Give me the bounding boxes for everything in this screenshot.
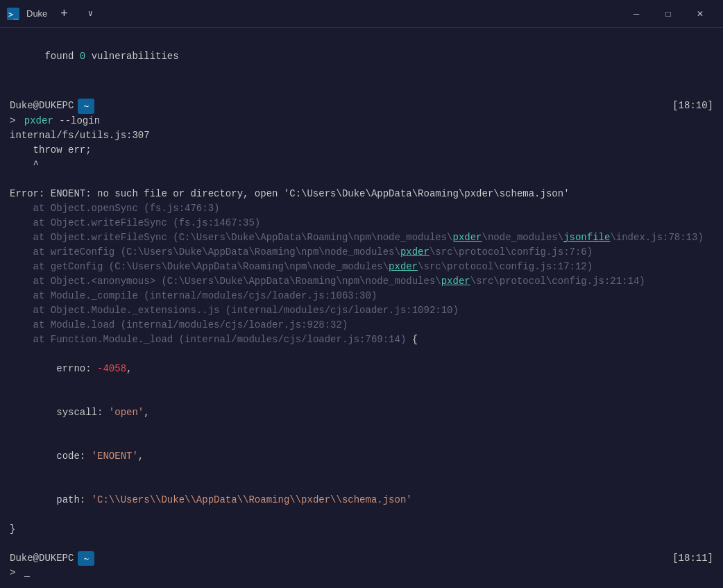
- cursor: _: [24, 566, 30, 580]
- code-comma: ,: [138, 451, 144, 462]
- stack-6: at Object.<anonymous> (C:\Users\Duke\App…: [10, 274, 713, 289]
- new-tab-button[interactable]: +: [54, 4, 74, 24]
- stack-5: at getConfig (C:\Users\Duke\AppData\Roam…: [10, 260, 713, 274]
- cmd-name-1: pxder: [24, 114, 53, 128]
- window-title: Duke: [26, 8, 47, 19]
- brace-close: }: [10, 522, 713, 537]
- code-value: 'ENOENT': [85, 451, 138, 462]
- code-key: code:: [44, 451, 85, 462]
- vuln-text: vulnerabilities: [85, 51, 178, 62]
- chevron-1: >: [10, 114, 22, 128]
- stack-9: at Module.load (internal/modules/cjs/loa…: [10, 318, 713, 333]
- code-line: code: 'ENOENT',: [10, 435, 713, 478]
- pxder-link-3: pxder: [389, 261, 418, 272]
- terminal-output[interactable]: found 0 vulnerabilities Duke@DUKEPC ~ [1…: [0, 28, 723, 588]
- syscall-key: syscall:: [44, 407, 103, 418]
- pxder-link-4: pxder: [441, 276, 470, 287]
- blank-line-2: [10, 172, 713, 187]
- pxder-link-1: pxder: [453, 232, 482, 243]
- stack-1: at Object.openSync (fs.js:476:3): [10, 201, 713, 216]
- syscall-line: syscall: 'open',: [10, 391, 713, 435]
- command-line-1: > pxder --login: [10, 114, 713, 128]
- blank-line-3: [10, 537, 713, 551]
- output-line-1: internal/fs/utils.js:307: [10, 128, 713, 143]
- prompt-left-1: Duke@DUKEPC ~: [10, 99, 94, 114]
- prompt-badge-2: ~: [78, 551, 94, 566]
- output-line-3: ^: [10, 158, 713, 172]
- terminal-window: >_ Duke + ∨ ─ □ ✕ found 0 vulnerabilitie…: [0, 0, 723, 588]
- errno-key: errno:: [44, 363, 91, 374]
- minimize-button[interactable]: ─: [620, 3, 652, 25]
- chevron-2: >: [10, 566, 22, 580]
- user-host-1: Duke@DUKEPC: [10, 99, 74, 113]
- stack-4: at writeConfig (C:\Users\Duke\AppData\Ro…: [10, 245, 713, 260]
- vulnerabilities-line: found 0 vulnerabilities: [10, 35, 713, 78]
- tab-dropdown-button[interactable]: ∨: [80, 4, 100, 24]
- stack-8: at Object.Module._extensions..js (intern…: [10, 303, 713, 318]
- path-value: 'C:\\Users\\Duke\\AppData\\Roaming\\pxde…: [85, 494, 411, 505]
- stack-2: at Object.writeFileSync (fs.js:1467:35): [10, 216, 713, 230]
- vuln-count: 0: [80, 51, 85, 62]
- close-button[interactable]: ✕: [684, 3, 716, 25]
- stack-3: at Object.writeFileSync (C:\Users\Duke\A…: [10, 230, 713, 245]
- cmd-args-1: --login: [53, 114, 100, 128]
- errno-comma: ,: [126, 363, 132, 374]
- stack-10: at Function.Module._load (internal/modul…: [10, 333, 713, 347]
- prompt-line-1: Duke@DUKEPC ~ [18:10]: [10, 99, 713, 114]
- timestamp-1: [18:10]: [672, 99, 713, 113]
- svg-text:>_: >_: [8, 10, 19, 19]
- error-main-line: Error: ENOENT: no such file or directory…: [10, 187, 713, 201]
- blank-line-1: [10, 84, 713, 99]
- syscall-comma: ,: [144, 407, 149, 418]
- window-controls: ─ □ ✕: [620, 3, 716, 25]
- prompt-left-2: Duke@DUKEPC ~: [10, 551, 94, 566]
- terminal-icon: >_: [7, 8, 19, 20]
- title-bar-left: >_ Duke + ∨: [7, 4, 620, 24]
- syscall-value: 'open': [103, 407, 144, 418]
- maximize-button[interactable]: □: [652, 3, 684, 25]
- title-bar: >_ Duke + ∨ ─ □ ✕: [0, 0, 723, 28]
- jsonfile-link: jsonfile: [563, 232, 610, 243]
- errno-line: errno: -4058,: [10, 347, 713, 391]
- timestamp-2: [18:11]: [672, 551, 713, 566]
- stack-7: at Module._compile (internal/modules/cjs…: [10, 289, 713, 303]
- user-host-2: Duke@DUKEPC: [10, 551, 74, 566]
- found-text: found: [44, 51, 79, 62]
- path-line: path: 'C:\\Users\\Duke\\AppData\\Roaming…: [10, 478, 713, 522]
- pxder-link-2: pxder: [400, 246, 429, 258]
- prompt-badge-1: ~: [78, 99, 94, 114]
- path-key: path:: [44, 494, 85, 505]
- cursor-line: > _: [10, 566, 713, 580]
- prompt-line-2: Duke@DUKEPC ~ [18:11]: [10, 551, 713, 566]
- errno-value: -4058: [92, 363, 126, 374]
- output-line-2: throw err;: [10, 143, 713, 158]
